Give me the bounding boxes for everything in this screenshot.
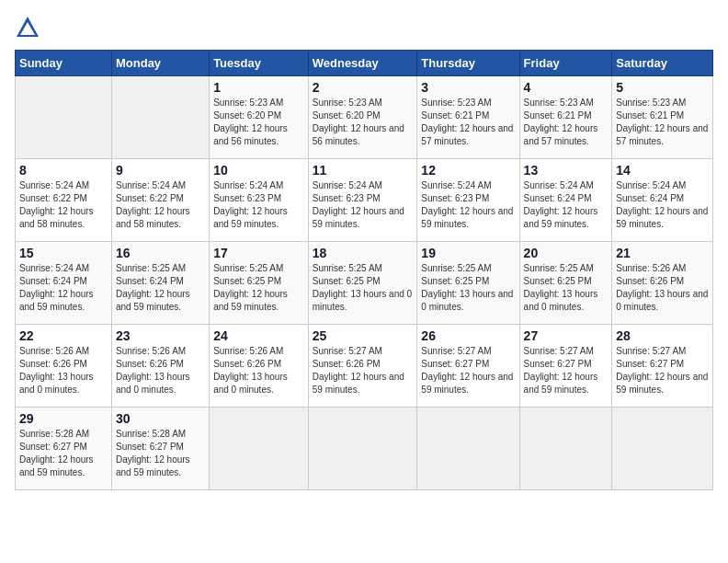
calendar-cell: 20 Sunrise: 5:25 AMSunset: 6:25 PMDaylig… — [519, 242, 612, 325]
day-info: Sunrise: 5:24 AMSunset: 6:22 PMDaylight:… — [116, 180, 190, 229]
day-number: 24 — [213, 328, 304, 343]
calendar-cell: 23 Sunrise: 5:26 AMSunset: 6:26 PMDaylig… — [111, 325, 209, 408]
calendar-cell: 11 Sunrise: 5:24 AMSunset: 6:23 PMDaylig… — [308, 159, 417, 242]
day-info: Sunrise: 5:24 AMSunset: 6:24 PMDaylight:… — [616, 180, 708, 229]
day-info: Sunrise: 5:25 AMSunset: 6:24 PMDaylight:… — [116, 263, 190, 312]
day-info: Sunrise: 5:27 AMSunset: 6:27 PMDaylight:… — [524, 346, 598, 395]
day-number: 17 — [213, 246, 304, 260]
day-info: Sunrise: 5:23 AMSunset: 6:20 PMDaylight:… — [313, 98, 404, 146]
day-info: Sunrise: 5:24 AMSunset: 6:23 PMDaylight:… — [421, 180, 513, 229]
calendar-cell: 14 Sunrise: 5:24 AMSunset: 6:24 PMDaylig… — [612, 159, 713, 242]
day-number: 3 — [421, 80, 515, 95]
calendar-cell: 26 Sunrise: 5:27 AMSunset: 6:27 PMDaylig… — [417, 325, 519, 408]
day-info: Sunrise: 5:26 AMSunset: 6:26 PMDaylight:… — [616, 263, 708, 312]
day-info: Sunrise: 5:23 AMSunset: 6:21 PMDaylight:… — [421, 98, 513, 146]
calendar-cell: 19 Sunrise: 5:25 AMSunset: 6:25 PMDaylig… — [417, 242, 519, 325]
day-number: 15 — [19, 246, 108, 260]
day-number: 23 — [116, 328, 205, 343]
calendar-week-row: 22 Sunrise: 5:26 AMSunset: 6:26 PMDaylig… — [16, 325, 713, 408]
day-info: Sunrise: 5:24 AMSunset: 6:23 PMDaylight:… — [313, 180, 404, 229]
day-info: Sunrise: 5:25 AMSunset: 6:25 PMDaylight:… — [313, 263, 412, 312]
weekday-header: Tuesday — [210, 51, 309, 76]
day-info: Sunrise: 5:25 AMSunset: 6:25 PMDaylight:… — [421, 263, 513, 312]
calendar-cell — [519, 408, 612, 490]
calendar-cell: 28 Sunrise: 5:27 AMSunset: 6:27 PMDaylig… — [612, 325, 713, 408]
calendar-cell — [308, 408, 417, 490]
day-info: Sunrise: 5:28 AMSunset: 6:27 PMDaylight:… — [116, 429, 190, 477]
calendar-cell: 21 Sunrise: 5:26 AMSunset: 6:26 PMDaylig… — [612, 242, 713, 325]
calendar-cell: 2 Sunrise: 5:23 AMSunset: 6:20 PMDayligh… — [308, 76, 417, 159]
calendar-cell: 18 Sunrise: 5:25 AMSunset: 6:25 PMDaylig… — [308, 242, 417, 325]
calendar-cell — [111, 76, 209, 159]
day-number: 27 — [524, 328, 609, 343]
day-number: 20 — [524, 246, 609, 260]
day-info: Sunrise: 5:26 AMSunset: 6:26 PMDaylight:… — [116, 346, 190, 395]
day-number: 16 — [116, 246, 205, 260]
day-info: Sunrise: 5:27 AMSunset: 6:27 PMDaylight:… — [616, 346, 708, 395]
calendar-cell — [417, 408, 519, 490]
day-info: Sunrise: 5:24 AMSunset: 6:24 PMDaylight:… — [524, 180, 598, 229]
day-number: 28 — [616, 328, 709, 343]
calendar-cell — [16, 76, 112, 159]
calendar-cell: 12 Sunrise: 5:24 AMSunset: 6:23 PMDaylig… — [417, 159, 519, 242]
calendar-cell: 8 Sunrise: 5:24 AMSunset: 6:22 PMDayligh… — [16, 159, 112, 242]
day-info: Sunrise: 5:23 AMSunset: 6:21 PMDaylight:… — [616, 98, 708, 146]
calendar-cell — [210, 408, 309, 490]
day-number: 29 — [19, 411, 108, 426]
day-info: Sunrise: 5:23 AMSunset: 6:20 PMDaylight:… — [213, 98, 288, 146]
calendar-cell: 13 Sunrise: 5:24 AMSunset: 6:24 PMDaylig… — [519, 159, 612, 242]
calendar-cell: 24 Sunrise: 5:26 AMSunset: 6:26 PMDaylig… — [210, 325, 309, 408]
day-info: Sunrise: 5:27 AMSunset: 6:27 PMDaylight:… — [421, 346, 513, 395]
day-info: Sunrise: 5:26 AMSunset: 6:26 PMDaylight:… — [213, 346, 288, 395]
day-number: 1 — [213, 80, 304, 95]
weekday-header: Monday — [111, 51, 209, 76]
calendar-cell: 29 Sunrise: 5:28 AMSunset: 6:27 PMDaylig… — [16, 408, 112, 490]
calendar-cell: 22 Sunrise: 5:26 AMSunset: 6:26 PMDaylig… — [16, 325, 112, 408]
day-number: 11 — [313, 163, 414, 178]
day-number: 13 — [524, 163, 609, 178]
weekday-header: Saturday — [612, 51, 713, 76]
calendar-table: SundayMondayTuesdayWednesdayThursdayFrid… — [15, 50, 713, 490]
calendar-cell: 9 Sunrise: 5:24 AMSunset: 6:22 PMDayligh… — [111, 159, 209, 242]
weekday-header: Sunday — [16, 51, 112, 76]
calendar-week-row: 1 Sunrise: 5:23 AMSunset: 6:20 PMDayligh… — [16, 76, 713, 159]
calendar-cell: 15 Sunrise: 5:24 AMSunset: 6:24 PMDaylig… — [16, 242, 112, 325]
day-info: Sunrise: 5:24 AMSunset: 6:24 PMDaylight:… — [19, 263, 94, 312]
day-number: 12 — [421, 163, 515, 178]
day-info: Sunrise: 5:24 AMSunset: 6:22 PMDaylight:… — [19, 180, 94, 229]
calendar-cell: 30 Sunrise: 5:28 AMSunset: 6:27 PMDaylig… — [111, 408, 209, 490]
calendar-week-row: 29 Sunrise: 5:28 AMSunset: 6:27 PMDaylig… — [16, 408, 713, 490]
day-info: Sunrise: 5:25 AMSunset: 6:25 PMDaylight:… — [213, 263, 288, 312]
calendar-cell: 16 Sunrise: 5:25 AMSunset: 6:24 PMDaylig… — [111, 242, 209, 325]
day-info: Sunrise: 5:26 AMSunset: 6:26 PMDaylight:… — [19, 346, 94, 395]
calendar-cell: 10 Sunrise: 5:24 AMSunset: 6:23 PMDaylig… — [210, 159, 309, 242]
day-number: 4 — [524, 80, 609, 95]
calendar-cell: 5 Sunrise: 5:23 AMSunset: 6:21 PMDayligh… — [612, 76, 713, 159]
day-info: Sunrise: 5:23 AMSunset: 6:21 PMDaylight:… — [524, 98, 598, 146]
weekday-header: Thursday — [417, 51, 519, 76]
day-number: 8 — [19, 163, 108, 178]
day-number: 10 — [213, 163, 304, 178]
day-number: 25 — [313, 328, 414, 343]
day-number: 30 — [116, 411, 205, 426]
day-number: 26 — [421, 328, 515, 343]
calendar-week-row: 15 Sunrise: 5:24 AMSunset: 6:24 PMDaylig… — [16, 242, 713, 325]
calendar-week-row: 8 Sunrise: 5:24 AMSunset: 6:22 PMDayligh… — [16, 159, 713, 242]
day-info: Sunrise: 5:28 AMSunset: 6:27 PMDaylight:… — [19, 429, 94, 477]
calendar-cell: 4 Sunrise: 5:23 AMSunset: 6:21 PMDayligh… — [519, 76, 612, 159]
day-number: 5 — [616, 80, 709, 95]
page-header — [15, 15, 713, 40]
day-number: 2 — [313, 80, 414, 95]
day-number: 19 — [421, 246, 515, 260]
day-number: 22 — [19, 328, 108, 343]
day-info: Sunrise: 5:27 AMSunset: 6:26 PMDaylight:… — [313, 346, 404, 395]
day-number: 21 — [616, 246, 709, 260]
day-number: 14 — [616, 163, 709, 178]
calendar-cell: 1 Sunrise: 5:23 AMSunset: 6:20 PMDayligh… — [210, 76, 309, 159]
calendar-cell: 25 Sunrise: 5:27 AMSunset: 6:26 PMDaylig… — [308, 325, 417, 408]
weekday-header: Wednesday — [308, 51, 417, 76]
calendar-cell: 17 Sunrise: 5:25 AMSunset: 6:25 PMDaylig… — [210, 242, 309, 325]
calendar-cell — [612, 408, 713, 490]
day-info: Sunrise: 5:25 AMSunset: 6:25 PMDaylight:… — [524, 263, 598, 312]
day-info: Sunrise: 5:24 AMSunset: 6:23 PMDaylight:… — [213, 180, 288, 229]
